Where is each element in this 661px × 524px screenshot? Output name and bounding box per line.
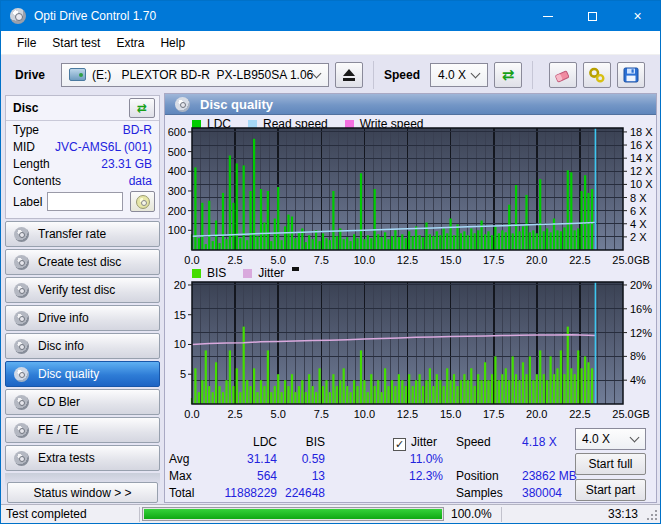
svg-text:14 X: 14 X — [630, 152, 653, 164]
app-window: Opti Drive Control 1.70 × File Start tes… — [0, 0, 661, 524]
disc-icon — [14, 227, 29, 242]
disc-field-type: Type BD-R — [6, 121, 159, 138]
start-full-button[interactable]: Start full — [575, 453, 646, 475]
svg-text:8 X: 8 X — [630, 192, 647, 204]
svg-text:6 X: 6 X — [630, 205, 647, 217]
sidebar-item-disc-quality[interactable]: Disc quality — [5, 361, 160, 387]
menu-bar: File Start test Extra Help — [1, 31, 660, 55]
position-value: 23862 MB — [522, 469, 577, 483]
maximize-button[interactable] — [570, 1, 615, 31]
svg-text:7.5: 7.5 — [314, 408, 329, 420]
title-bar: Opti Drive Control 1.70 × — [1, 1, 660, 31]
sidebar-item-transfer-rate[interactable]: Transfer rate — [5, 221, 160, 247]
drive-label: Drive — [15, 68, 45, 82]
total-ldc: 11888229 — [205, 486, 277, 500]
disc-icon — [14, 451, 29, 466]
svg-text:12.5: 12.5 — [397, 408, 418, 420]
bis-legend-swatch — [192, 269, 201, 278]
refresh-disc-button[interactable]: ⇄ — [129, 98, 155, 118]
progress-percent: 100.0% — [446, 505, 501, 523]
speed-label: Speed — [384, 68, 420, 82]
disc-field-contents: Contents data — [6, 172, 159, 189]
avg-jitter: 11.0% — [370, 452, 443, 466]
write-label-button[interactable] — [130, 191, 155, 212]
menu-file[interactable]: File — [9, 32, 44, 54]
speed-stat-label: Speed — [456, 435, 491, 449]
refresh-drive-button[interactable]: ⇄ — [494, 62, 522, 88]
svg-text:15: 15 — [174, 309, 186, 321]
eject-icon — [343, 69, 355, 76]
disc-field-length: Length 23.31 GB — [6, 155, 159, 172]
svg-text:12.5: 12.5 — [397, 254, 418, 266]
disc-icon — [14, 255, 29, 270]
svg-text:2.5: 2.5 — [227, 408, 242, 420]
jitter-checkbox-row[interactable]: ✓Jitter — [393, 435, 437, 451]
svg-text:5.0: 5.0 — [271, 254, 286, 266]
svg-text:22.5: 22.5 — [569, 408, 590, 420]
disc-quality-panel: Disc quality LDC Read speed Write speed … — [164, 93, 657, 503]
samples-label: Samples — [456, 486, 503, 500]
menu-extra[interactable]: Extra — [108, 32, 152, 54]
sidebar-buttons: Transfer rate Create test disc Verify te… — [5, 221, 160, 473]
svg-text:2 X: 2 X — [630, 231, 647, 243]
sidebar-item-drive-info[interactable]: Drive info — [5, 305, 160, 331]
sidebar-item-fe-te[interactable]: FE / TE — [5, 417, 160, 443]
svg-text:7.5: 7.5 — [314, 254, 329, 266]
tools-icon — [588, 66, 606, 84]
sidebar-item-disc-info[interactable]: Disc info — [5, 333, 160, 359]
sidebar-item-cd-bler[interactable]: CD Bler — [5, 389, 160, 415]
status-text: Test completed — [1, 505, 139, 523]
close-icon: × — [633, 8, 641, 24]
refresh-icon: ⇄ — [502, 67, 515, 82]
chevron-down-icon — [312, 68, 322, 78]
save-button[interactable] — [617, 62, 645, 88]
max-row-label: Max — [169, 469, 192, 483]
svg-text:16%: 16% — [630, 303, 652, 315]
svg-text:100: 100 — [168, 224, 186, 236]
eject-button[interactable] — [335, 62, 363, 88]
svg-text:GB: GB — [634, 408, 650, 420]
resize-grip[interactable] — [655, 518, 657, 520]
disc-icon — [14, 367, 29, 382]
test-speed-select[interactable]: 4.0 X — [575, 428, 646, 450]
toolbar-separator — [373, 61, 374, 89]
start-part-button[interactable]: Start part — [575, 479, 646, 501]
menu-start-test[interactable]: Start test — [44, 32, 108, 54]
avg-ldc: 31.14 — [205, 452, 277, 466]
erase-disc-button[interactable] — [549, 62, 577, 88]
svg-text:0.0: 0.0 — [184, 254, 199, 266]
speed-select[interactable]: 4.0 X — [430, 63, 488, 87]
jitter-checkbox[interactable]: ✓ — [393, 438, 406, 451]
svg-text:2.5: 2.5 — [227, 254, 242, 266]
svg-text:17.5: 17.5 — [483, 254, 504, 266]
chevron-down-icon — [471, 68, 481, 78]
ldc-column-header: LDC — [205, 435, 277, 449]
progress-bar — [142, 507, 444, 521]
label-input[interactable] — [47, 192, 123, 211]
refresh-icon: ⇄ — [137, 102, 147, 114]
sidebar-item-create-test-disc[interactable]: Create test disc — [5, 249, 160, 275]
sidebar-item-extra-tests[interactable]: Extra tests — [5, 445, 160, 471]
status-bar: Test completed 100.0% 33:13 — [1, 504, 660, 523]
svg-text:GB: GB — [634, 254, 650, 266]
drive-select[interactable]: (E:) PLEXTOR BD-R PX-LB950SA 1.06 — [61, 63, 329, 87]
bis-column-header: BIS — [285, 435, 325, 449]
minimize-button[interactable] — [525, 1, 570, 31]
disc-info-panel: Disc ⇄ Type BD-R MID JVC-AMS6L (001) Len… — [5, 95, 160, 219]
close-button[interactable]: × — [615, 1, 660, 31]
sidebar-item-verify-test-disc[interactable]: Verify test disc — [5, 277, 160, 303]
status-window-button[interactable]: Status window > > — [7, 482, 158, 503]
ldc-read-speed-chart: 1002003004005006002 X4 X6 X8 X10 X12 X14… — [165, 127, 658, 273]
drive-icon — [69, 68, 86, 81]
disc-icon — [14, 395, 29, 410]
svg-text:22.5: 22.5 — [569, 254, 590, 266]
svg-text:10 X: 10 X — [630, 178, 653, 190]
disc-icon — [14, 423, 29, 438]
bis-jitter-chart: 51015204%8%12%16%20%0.02.55.07.510.012.5… — [165, 281, 658, 427]
menu-help[interactable]: Help — [152, 32, 193, 54]
jitter-legend-swatch — [243, 269, 252, 278]
disc-icon — [14, 339, 29, 354]
disc-contents-link[interactable]: data — [129, 174, 152, 188]
max-bis: 13 — [285, 469, 325, 483]
tools-button[interactable] — [583, 62, 611, 88]
